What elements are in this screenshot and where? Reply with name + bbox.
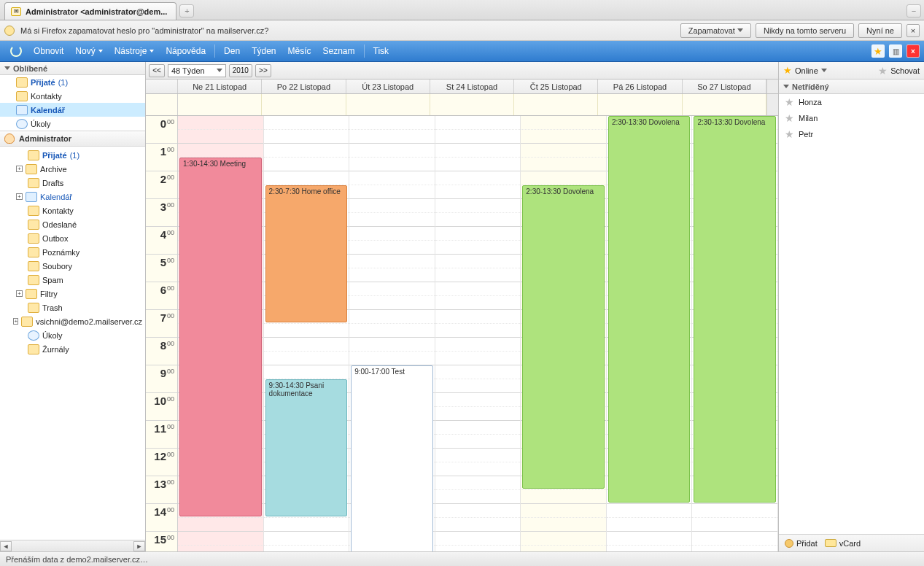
allday-cell[interactable] (514, 94, 598, 115)
tree-item[interactable]: Drafts (0, 176, 145, 190)
tree-item[interactable]: Přijaté (1) (0, 148, 145, 162)
print-button[interactable]: Tisk (368, 41, 395, 61)
day-column[interactable]: 2:30-13:30 Dovolena (607, 116, 693, 551)
remember-button[interactable]: Zapamatovat (680, 23, 751, 38)
calendar-event[interactable]: 2:30-13:30 Dovolena (608, 116, 691, 503)
day-column[interactable]: 2:30-13:30 Dovolena (521, 116, 607, 551)
cal-icon (26, 192, 37, 202)
tree-item[interactable]: Soubory (0, 259, 145, 273)
expand-icon[interactable]: + (13, 318, 18, 325)
calendar-event[interactable]: 2:30-13:30 Dovolena (522, 185, 605, 489)
contact-item[interactable]: ★Milan (779, 110, 924, 126)
clock-icon (16, 119, 28, 129)
day-column[interactable] (435, 116, 521, 551)
refresh-label[interactable]: Obnovit (28, 41, 69, 61)
chevron-down-icon (4, 66, 10, 70)
favorite-item[interactable]: Kontakty (0, 89, 145, 103)
tree-item[interactable]: Kontakty (0, 203, 145, 217)
calendar-event[interactable]: 9:00-17:00 Test (351, 365, 433, 551)
allday-cell[interactable] (598, 94, 682, 115)
tools-menu[interactable]: Nástroje (109, 41, 160, 61)
never-button[interactable]: Nikdy na tomto serveru (756, 23, 854, 38)
tree-item[interactable]: Outbox (0, 231, 145, 245)
new-tab-button[interactable]: + (179, 4, 194, 18)
tree-item[interactable]: +Kalendář (0, 190, 145, 203)
contacts-group-header[interactable]: Netříděný (779, 80, 924, 94)
expand-icon[interactable]: + (16, 193, 23, 200)
day-column[interactable]: 2:30-13:30 Dovolena (692, 116, 778, 551)
allday-cell[interactable] (178, 94, 262, 115)
favorites-button[interactable]: ★ (871, 44, 885, 58)
hour-label: 200 (146, 171, 177, 199)
contact-item[interactable]: ★Petr (779, 126, 924, 142)
calendar-grid-scroll[interactable]: 0001002003004005006007008009001000110012… (146, 116, 778, 551)
contact-item[interactable]: ★Honza (779, 94, 924, 110)
allday-cell[interactable] (430, 94, 514, 115)
notnow-button[interactable]: Nyní ne (858, 23, 902, 38)
folder-tree[interactable]: Přijaté (1)+ArchiveDrafts+KalendářKontak… (0, 147, 145, 540)
favorite-item[interactable]: Úkoly (0, 117, 145, 131)
allday-cell[interactable] (262, 94, 346, 115)
tree-item[interactable]: +vsichni@demo2.mailserver.cz (0, 314, 145, 328)
calendar-event[interactable]: 2:30-7:30 Home office (265, 185, 348, 322)
tree-item[interactable]: Spam (0, 273, 145, 287)
favorite-item[interactable]: Kalendář (0, 103, 145, 117)
help-button[interactable]: Nápověda (160, 41, 211, 61)
favorite-item[interactable]: Přijaté (1) (0, 75, 145, 89)
sidebar-scrollbar[interactable]: ◄ ► (0, 540, 145, 551)
hide-contacts-button[interactable]: ★ Schovat (878, 65, 920, 77)
day-column[interactable]: 9:00-17:00 Test (349, 116, 435, 551)
folder-icon (28, 220, 39, 230)
minimize-button[interactable]: − (906, 4, 921, 18)
hour-label: 1500 (146, 532, 177, 551)
calendar-event[interactable]: 2:30-13:30 Dovolena (694, 116, 776, 503)
calendar-event[interactable]: 1:30-14:30 Meeting (179, 158, 262, 516)
day-header: So 27 Listopad (683, 80, 766, 93)
view-list[interactable]: Seznam (317, 41, 361, 61)
week-selector[interactable]: 48 Týden (168, 64, 226, 77)
cal-icon (16, 105, 28, 115)
year-display[interactable]: 2010 (229, 64, 252, 77)
prev-week-button[interactable]: << (149, 64, 165, 77)
mail-icon: ✉ (11, 7, 21, 16)
hour-label: 600 (146, 282, 177, 310)
browser-tab[interactable]: ✉ Administrator <administrator@dem... (4, 2, 176, 20)
folder-icon (26, 289, 37, 299)
tree-item[interactable]: Žurnály (0, 342, 145, 356)
tree-item[interactable]: Poznámky (0, 245, 145, 259)
add-contact-button[interactable]: Přidat (785, 539, 818, 548)
view-month[interactable]: Měsíc (282, 41, 317, 61)
calendar-event[interactable]: 9:30-14:30 Psani dokumentace (265, 379, 348, 516)
user-icon (4, 133, 15, 144)
new-menu[interactable]: Nový (69, 41, 108, 61)
scroll-right-icon[interactable]: ► (133, 541, 145, 551)
next-week-button[interactable]: >> (255, 64, 271, 77)
close-app-button[interactable]: × (906, 44, 920, 58)
expand-icon[interactable]: + (16, 166, 23, 172)
day-column[interactable]: 1:30-14:30 Meeting (178, 116, 264, 551)
chevron-down-icon (821, 69, 827, 72)
allday-cell[interactable] (683, 94, 766, 115)
panel-toggle-button[interactable]: ▥ (889, 44, 902, 58)
favorites-header[interactable]: Oblíbené (0, 62, 145, 75)
tree-item[interactable]: Trash (0, 301, 145, 314)
tree-item[interactable]: +Filtry (0, 287, 145, 301)
vcard-button[interactable]: vCard (825, 539, 861, 548)
account-header[interactable]: Administrator (0, 131, 145, 147)
online-status[interactable]: ★ Online (783, 66, 827, 75)
scroll-left-icon[interactable]: ◄ (0, 541, 12, 551)
day-column[interactable]: 2:30-7:30 Home office9:30-14:30 Psani do… (264, 116, 350, 551)
tree-item[interactable]: Odeslané (0, 217, 145, 231)
view-week[interactable]: Týden (246, 41, 282, 61)
tree-item[interactable]: +Archive (0, 162, 145, 176)
view-day[interactable]: Den (218, 41, 246, 61)
day-header: Čt 25 Listopad (514, 80, 598, 93)
hour-label: 900 (146, 365, 177, 393)
spam-icon (28, 275, 39, 285)
infobar-close-button[interactable]: × (906, 24, 920, 37)
allday-cell[interactable] (346, 94, 430, 115)
expand-icon[interactable]: + (16, 290, 23, 297)
clock-icon (28, 330, 39, 341)
refresh-button[interactable] (4, 41, 28, 61)
tree-item[interactable]: Úkoly (0, 328, 145, 342)
